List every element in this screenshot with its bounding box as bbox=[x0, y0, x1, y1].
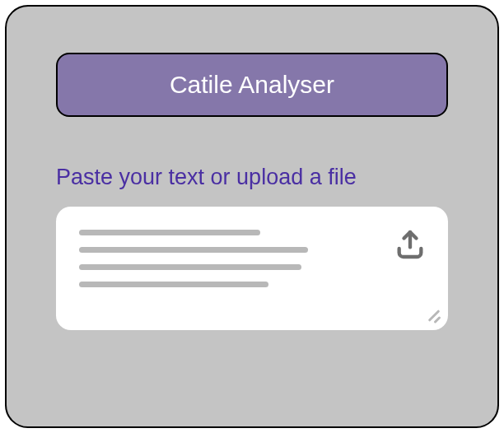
upload-icon[interactable] bbox=[392, 226, 428, 263]
text-input-area[interactable] bbox=[56, 207, 448, 330]
app-panel: Catile Analyser Paste your text or uploa… bbox=[5, 5, 499, 428]
title-bar: Catile Analyser bbox=[56, 53, 448, 117]
placeholder-line bbox=[79, 230, 260, 235]
app-title: Catile Analyser bbox=[170, 71, 334, 99]
input-prompt-label: Paste your text or upload a file bbox=[56, 165, 448, 190]
placeholder-lines bbox=[79, 230, 382, 287]
placeholder-line bbox=[79, 247, 308, 253]
placeholder-line bbox=[79, 282, 268, 287]
placeholder-line bbox=[79, 264, 301, 270]
resize-handle[interactable] bbox=[425, 307, 440, 322]
